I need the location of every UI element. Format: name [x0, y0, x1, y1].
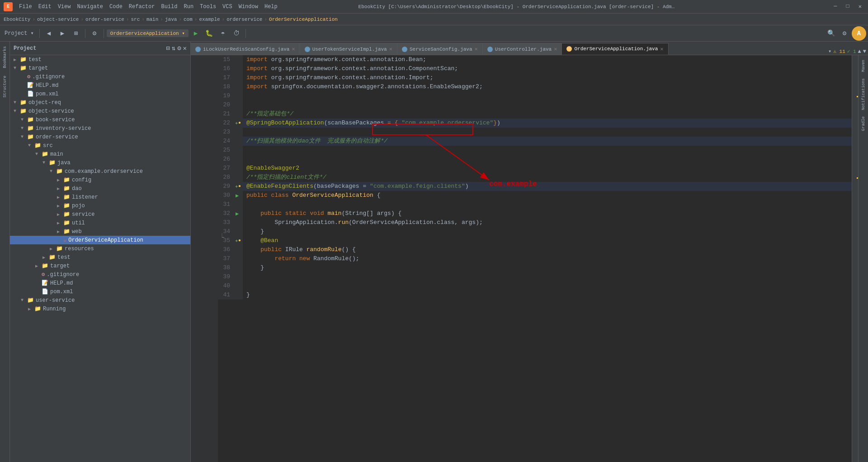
sidebar-tree-item[interactable]: ▼📁com.example.orderservice	[10, 167, 190, 176]
tab-close-0[interactable]: ✕	[292, 46, 295, 52]
breadcrumb-item-6[interactable]: com	[184, 17, 193, 22]
sidebar-tree-item[interactable]: ⚙.gitignore	[10, 72, 190, 81]
menu-build[interactable]: Build	[158, 3, 180, 11]
gutter-24	[234, 137, 243, 146]
sidebar-tree-item[interactable]: ☕OrderServiceApplication	[10, 236, 190, 244]
tab-UserController[interactable]: UserController.java ✕	[483, 43, 562, 55]
sidebar-tree-item[interactable]: ▼📁user-service	[10, 296, 190, 305]
window-title: EbookCity [C:\Users\Administrator\Deskto…	[359, 4, 675, 10]
coverage-btn[interactable]: ☂	[217, 27, 229, 40]
sidebar-tree-item[interactable]: ▼📁object-service	[10, 107, 190, 115]
sidebar-tree-item[interactable]: 📄pom.xml	[10, 90, 190, 98]
vtab-structure[interactable]: Structure	[2, 73, 8, 100]
menu-navigate[interactable]: Navigate	[74, 3, 106, 11]
sidebar-tree-item[interactable]: ▶📁resources	[10, 244, 190, 253]
sidebar-collapse-all[interactable]: ⊟	[166, 44, 170, 52]
menu-refactor[interactable]: Refactor	[126, 3, 158, 11]
menu-help[interactable]: Help	[262, 3, 280, 11]
code-line-34: }	[243, 227, 852, 236]
scroll-up-btn[interactable]: ▲	[858, 48, 861, 55]
sidebar-tree-item[interactable]: ▶📁util	[10, 219, 190, 227]
sidebar-tree-item[interactable]: ▶📁config	[10, 176, 190, 184]
sidebar-tree-item[interactable]: ▶📁dao	[10, 184, 190, 193]
tab-UserTokenServiceImpl[interactable]: UserTokenServiceImpl.java ✕	[300, 43, 397, 55]
menu-view[interactable]: View	[55, 3, 74, 11]
breadcrumb-item-3[interactable]: src	[131, 17, 140, 22]
code-editor[interactable]: 15 import org.springframework.context.an…	[218, 55, 852, 462]
recent-files-btn[interactable]: ⊞	[70, 27, 82, 40]
gutter-28	[234, 173, 243, 182]
tab-close-1[interactable]: ✕	[389, 46, 392, 52]
sidebar-sort[interactable]: ⇅	[172, 44, 175, 52]
run-config-dropdown[interactable]: OrderServiceApplication ▾	[107, 29, 189, 37]
navigate-fwd-btn[interactable]: ▶	[56, 27, 69, 40]
sidebar-tree-item[interactable]: ▶📁web	[10, 227, 190, 236]
sidebar-tree-item[interactable]: ▼📁src	[10, 141, 190, 150]
sidebar-tree-item[interactable]: ▼📁inventory-service	[10, 124, 190, 133]
breadcrumb-current[interactable]: OrderServiceApplication	[269, 17, 338, 22]
vtab-gradle[interactable]: Gradle	[860, 114, 867, 133]
sidebar-tree-item[interactable]: ▼📁book-service	[10, 115, 190, 124]
user-avatar[interactable]: A	[852, 26, 866, 41]
sidebar-tree-item[interactable]: ▶📁pojo	[10, 201, 190, 210]
editor-right-gutter	[852, 55, 858, 462]
run-btn[interactable]: ▶	[189, 27, 202, 40]
tab-close-4[interactable]: ✕	[660, 46, 663, 52]
sidebar-tree-item[interactable]: ▼📁main	[10, 150, 190, 158]
tab-close-2[interactable]: ✕	[475, 46, 478, 52]
profile-btn[interactable]: ⏱	[230, 27, 243, 40]
sidebar-tree-item[interactable]: ▶📁Running	[10, 305, 190, 313]
tab-iLockUserRedisScanConfig[interactable]: iLockUserRedisScanConfig.java ✕	[191, 43, 300, 55]
breadcrumb-item-0[interactable]: EbookCity	[4, 17, 30, 22]
code-line-37: return new RandomRule();	[243, 254, 852, 263]
menu-vcs[interactable]: VCS	[220, 3, 235, 11]
sidebar-tree-item[interactable]: ▶📁test	[10, 253, 190, 262]
breadcrumb-item-5[interactable]: java	[165, 17, 177, 22]
settings-btn[interactable]: ⚙	[88, 27, 101, 40]
sidebar-tree-item[interactable]: ▼📁java	[10, 158, 190, 167]
code-line-33: SpringApplication.run(OrderServiceApplic…	[243, 218, 852, 227]
menu-edit[interactable]: Edit	[36, 3, 54, 11]
sidebar-tree-item[interactable]: ▼📁object-req	[10, 98, 190, 107]
vtab-bookmarks[interactable]: Bookmarks	[2, 43, 8, 71]
tab-OrderServiceApplication[interactable]: OrderServiceApplication.java ✕	[562, 43, 668, 55]
sidebar-tree-item[interactable]: ▶📁service	[10, 210, 190, 219]
breadcrumb-item-1[interactable]: object-service	[37, 17, 79, 22]
sidebar-tree-item[interactable]: ▼📁target	[10, 64, 190, 72]
breadcrumb-item-8[interactable]: orderservice	[226, 17, 262, 22]
search-btn[interactable]: 🔍	[825, 27, 837, 40]
navigate-back-btn[interactable]: ◀	[42, 27, 55, 40]
menu-tools[interactable]: Tools	[197, 3, 219, 11]
tab-ServiceSanConfig[interactable]: ServiceSanConfig.java ✕	[397, 43, 483, 55]
sidebar-tree-item[interactable]: ▼📁order-service	[10, 133, 190, 141]
sidebar-settings[interactable]: ⚙	[177, 44, 181, 52]
close-button[interactable]: ✕	[856, 2, 864, 11]
sidebar-tree-item[interactable]: 📄pom.xml	[10, 287, 190, 296]
menu-run[interactable]: Run	[181, 3, 196, 11]
sidebar-tree-item[interactable]: 📝HELP.md	[10, 279, 190, 287]
menu-window[interactable]: Window	[236, 3, 261, 11]
maximize-button[interactable]: □	[844, 2, 852, 11]
debug-btn[interactable]: 🐛	[203, 27, 216, 40]
breadcrumb-item-4[interactable]: main	[146, 17, 158, 22]
menu-code[interactable]: Code	[107, 3, 125, 11]
menu-file[interactable]: File	[16, 3, 35, 11]
project-dropdown[interactable]: Project ▾	[2, 27, 37, 40]
sidebar-tree-item[interactable]: ▶📁test	[10, 55, 190, 64]
tab-close-3[interactable]: ✕	[554, 46, 557, 52]
code-row-38: 38 }	[218, 263, 852, 272]
sidebar-tree-item[interactable]: ⚙.gitignore	[10, 270, 190, 279]
breadcrumb-item-7[interactable]: example	[199, 17, 220, 22]
breadcrumb-item-2[interactable]: order-service	[85, 17, 124, 22]
sidebar-tree-item[interactable]: ▶📁target	[10, 262, 190, 270]
code-row-15: 15 import org.springframework.context.an…	[218, 55, 852, 64]
settings-right-btn[interactable]: ⚙	[838, 27, 851, 40]
sidebar-tree-item[interactable]: 📝HELP.md	[10, 81, 190, 90]
minimize-button[interactable]: —	[831, 2, 840, 11]
sidebar-close[interactable]: ✕	[183, 44, 187, 52]
sidebar-tree-item[interactable]: ▶📁listener	[10, 193, 190, 201]
vtab-notifications[interactable]: Notifications	[860, 76, 867, 113]
tab-list-btn[interactable]: ▾	[828, 48, 831, 55]
scroll-down-btn[interactable]: ▼	[863, 48, 866, 55]
vtab-maven[interactable]: Maven	[860, 57, 867, 75]
